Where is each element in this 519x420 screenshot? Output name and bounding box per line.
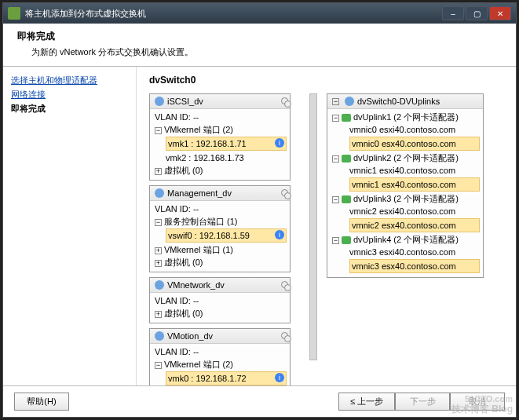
wizard-window: 将主机添加到分布式虚拟交换机 – ▢ ✕ 即将完成 为新的 vNetwork 分…	[2, 2, 517, 418]
page-title: 即将完成	[17, 30, 502, 43]
close-button[interactable]: ✕	[489, 6, 511, 20]
vlan-label: VLAN ID: --	[155, 345, 285, 358]
portgroup-box: Management_dv VLAN ID: --−服务控制台端口 (1)vsw…	[149, 185, 291, 272]
wizard-footer: 帮助(H) ≤ 上一步 下一步 取消	[3, 385, 516, 417]
maximize-button[interactable]: ▢	[466, 6, 488, 20]
uplink-group[interactable]: −dvUplink3 (2 个网卡适配器)	[332, 192, 478, 205]
tree-toggle-icon[interactable]: +	[155, 260, 162, 267]
nic-row[interactable]: vmnic3 esxi40.contoso.com	[349, 246, 478, 258]
help-button[interactable]: 帮助(H)	[14, 393, 69, 411]
minimize-button[interactable]: –	[442, 6, 464, 20]
tree-toggle-icon[interactable]: −	[155, 219, 162, 226]
portgroup-icon	[155, 188, 164, 198]
link-icon	[281, 97, 291, 107]
nic-row[interactable]: vmnic2 esx40.contoso.com	[349, 218, 480, 232]
tree-toggle-icon[interactable]: +	[155, 311, 162, 318]
portgroup-header[interactable]: Management_dv	[150, 186, 290, 201]
uplink-icon	[342, 195, 351, 203]
vlan-label: VLAN ID: --	[155, 294, 285, 307]
next-button[interactable]: 下一步	[395, 393, 450, 411]
portgroup-name: VMotion_dv	[167, 331, 213, 341]
portgroup-name: iSCSI_dv	[167, 97, 203, 106]
portgroup-header[interactable]: VMotion_dv	[150, 329, 290, 344]
section-row[interactable]: −服务控制台端口 (1)	[155, 215, 285, 228]
section-row[interactable]: +虚拟机 (0)	[155, 164, 285, 177]
portgroup-name: VMnetwork_dv	[167, 280, 225, 290]
section-row[interactable]: −VMkernel 端口 (2)	[155, 123, 285, 136]
uplinks-header[interactable]: − dvSwitch0-DVUplinks	[327, 94, 483, 109]
tree-toggle-icon[interactable]: −	[332, 115, 339, 122]
app-icon	[8, 7, 20, 20]
nic-row[interactable]: vmnic2 esxi40.contoso.com	[349, 205, 478, 217]
tree-toggle-icon[interactable]: −	[155, 127, 162, 134]
nic-row[interactable]: vmnic1 esxi40.contoso.com	[349, 164, 478, 177]
window-title: 将主机添加到分布式虚拟交换机	[25, 8, 442, 20]
info-icon[interactable]: i	[275, 373, 284, 382]
wizard-steps: 选择主机和物理适配器 网络连接 即将完成	[3, 67, 137, 385]
switch-name: dvSwitch0	[149, 75, 510, 86]
section-row[interactable]: +VMkernel 端口 (1)	[155, 243, 285, 256]
tree-toggle-icon[interactable]: −	[155, 362, 162, 369]
portgroup-icon	[155, 97, 164, 106]
tree-toggle-icon[interactable]: −	[332, 98, 339, 105]
cancel-button[interactable]: 取消	[450, 393, 505, 411]
nic-row[interactable]: vmnic3 esx40.contoso.com	[349, 259, 480, 273]
info-icon[interactable]: i	[275, 230, 284, 239]
nic-row[interactable]: vmnic0 esx40.contoso.com	[349, 137, 480, 151]
adapter-row[interactable]: vmk1 : 192.168.1.71i	[166, 137, 287, 151]
vlan-label: VLAN ID: --	[155, 111, 285, 123]
tree-toggle-icon[interactable]: +	[155, 168, 162, 175]
info-icon[interactable]: i	[275, 138, 284, 148]
tree-toggle-icon[interactable]: +	[155, 247, 162, 254]
topology-diagram: iSCSI_dv VLAN ID: --−VMkernel 端口 (2)vmk1…	[149, 93, 510, 385]
back-button[interactable]: ≤ 上一步	[338, 393, 395, 411]
portgroup-header[interactable]: iSCSI_dv	[150, 94, 290, 109]
page-subtitle: 为新的 vNetwork 分布式交换机确认设置。	[31, 46, 502, 58]
wizard-header: 即将完成 为新的 vNetwork 分布式交换机确认设置。	[3, 24, 516, 67]
uplink-icon	[342, 236, 351, 244]
adapter-row[interactable]: vmk0 : 192.168.1.72i	[166, 371, 287, 385]
uplink-group[interactable]: −dvUplink4 (2 个网卡适配器)	[332, 233, 478, 246]
tree-toggle-icon[interactable]: −	[332, 237, 339, 244]
uplink-icon	[342, 114, 351, 122]
section-row[interactable]: −VMkernel 端口 (2)	[155, 358, 285, 371]
tree-toggle-icon[interactable]: −	[332, 196, 339, 203]
portgroup-icon	[155, 280, 164, 290]
main-content: dvSwitch0 iSCSI_dv VLAN ID: --−VMkernel …	[137, 67, 516, 385]
uplink-icon	[342, 155, 351, 163]
step-select-hosts[interactable]: 选择主机和物理适配器	[11, 73, 128, 87]
uplinks-title: dvSwitch0-DVUplinks	[357, 97, 440, 106]
nic-row[interactable]: vmnic0 esxi40.contoso.com	[349, 123, 478, 136]
step-current: 即将完成	[11, 101, 128, 115]
uplink-group[interactable]: −dvUplink2 (2 个网卡适配器)	[332, 152, 478, 164]
portgroup-box: iSCSI_dv VLAN ID: --−VMkernel 端口 (2)vmk1…	[149, 93, 291, 181]
link-icon	[281, 189, 291, 199]
uplink-box-icon	[345, 97, 354, 106]
nic-row[interactable]: vmnic1 esx40.contoso.com	[349, 177, 480, 192]
uplinks-box: − dvSwitch0-DVUplinks −dvUplink1 (2 个网卡适…	[327, 93, 484, 278]
titlebar: 将主机添加到分布式虚拟交换机 – ▢ ✕	[3, 3, 516, 24]
step-network-connection[interactable]: 网络连接	[11, 87, 128, 101]
portgroup-box: VMotion_dv VLAN ID: --−VMkernel 端口 (2)vm…	[149, 328, 291, 385]
adapter-row[interactable]: vswif0 : 192.168.1.59i	[166, 228, 287, 243]
uplink-group[interactable]: −dvUplink1 (2 个网卡适配器)	[332, 111, 478, 123]
tree-toggle-icon[interactable]: −	[332, 155, 339, 163]
link-icon	[281, 281, 291, 290]
link-icon	[281, 332, 291, 341]
section-row[interactable]: +虚拟机 (0)	[155, 256, 285, 268]
adapter-row[interactable]: vmk2 : 192.168.1.73	[166, 152, 285, 164]
portgroup-icon	[155, 331, 164, 341]
section-row[interactable]: +虚拟机 (0)	[155, 307, 285, 320]
portgroup-box: VMnetwork_dv VLAN ID: --+虚拟机 (0)	[149, 277, 291, 323]
portgroup-header[interactable]: VMnetwork_dv	[150, 278, 290, 293]
portgroup-name: Management_dv	[167, 188, 232, 198]
vlan-label: VLAN ID: --	[155, 203, 285, 215]
